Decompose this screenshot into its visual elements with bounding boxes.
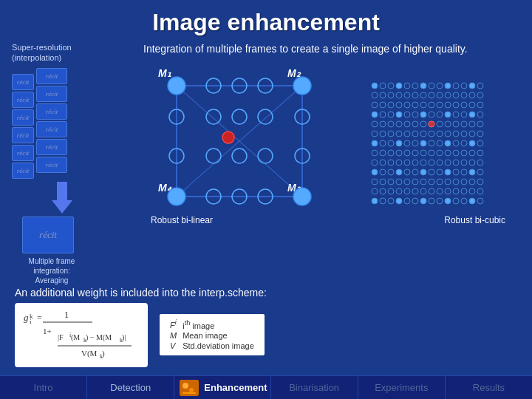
- svg-point-109: [469, 131, 475, 137]
- nav-item-enhancement[interactable]: Enhancement: [174, 376, 270, 399]
- super-res-label: Super-resolution (interpolation): [12, 42, 72, 64]
- nav-item-intro[interactable]: Intro: [0, 376, 87, 399]
- svg-point-50: [445, 92, 451, 98]
- svg-point-95: [469, 121, 475, 127]
- nav-item-experiments[interactable]: Experiments: [358, 376, 446, 399]
- small-image: récit: [12, 127, 34, 143]
- svg-point-61: [420, 102, 426, 108]
- enhancement-icon-svg: [180, 380, 199, 396]
- svg-point-144: [412, 160, 418, 166]
- svg-point-121: [453, 140, 459, 146]
- svg-point-115: [404, 140, 410, 146]
- svg-point-101: [404, 131, 410, 137]
- nav-item-results[interactable]: Results: [446, 376, 532, 399]
- svg-point-151: [469, 160, 475, 166]
- svg-point-164: [461, 169, 467, 175]
- svg-point-142: [396, 160, 402, 166]
- svg-point-81: [469, 112, 475, 117]
- svg-point-63: [437, 102, 443, 108]
- description-text: Integration of multiple frames to create…: [143, 42, 520, 57]
- svg-point-13: [232, 109, 247, 124]
- svg-point-188: [429, 188, 434, 194]
- svg-point-161: [437, 169, 443, 175]
- svg-point-76: [429, 112, 434, 117]
- svg-point-106: [445, 131, 451, 137]
- svg-point-46: [412, 92, 418, 98]
- formula-svg: g i k = 1 1+ |F i (M k ) − M(M k )| V(M …: [22, 307, 140, 363]
- svg-point-100: [396, 131, 402, 137]
- svg-point-69: [372, 112, 378, 117]
- svg-point-105: [437, 131, 443, 137]
- svg-point-59: [404, 102, 410, 108]
- svg-point-152: [477, 160, 483, 166]
- svg-point-6: [168, 77, 185, 95]
- svg-point-139: [372, 160, 378, 166]
- svg-point-131: [420, 150, 426, 156]
- svg-text:): ): [102, 349, 105, 358]
- small-image: récit: [36, 103, 67, 120]
- svg-point-149: [453, 160, 459, 166]
- svg-point-72: [396, 112, 402, 117]
- svg-point-129: [404, 150, 410, 156]
- svg-point-132: [429, 150, 434, 156]
- svg-point-74: [412, 112, 418, 117]
- svg-point-199: [404, 198, 410, 204]
- svg-point-56: [380, 102, 386, 108]
- nav-label-binarisation: Binarisation: [289, 382, 339, 393]
- svg-point-156: [396, 169, 402, 175]
- small-image: récit: [36, 121, 67, 137]
- svg-point-127: [388, 150, 394, 156]
- svg-text:k: k: [30, 313, 33, 320]
- svg-point-150: [461, 160, 467, 166]
- svg-point-198: [396, 198, 402, 204]
- svg-text:g: g: [24, 312, 29, 323]
- svg-point-102: [412, 131, 418, 137]
- svg-point-97: [372, 131, 378, 137]
- svg-point-207: [469, 198, 475, 204]
- svg-point-36: [445, 83, 451, 89]
- svg-point-128: [396, 150, 402, 156]
- bottom-nav: Intro Detection Enhancement Binarisation…: [0, 375, 532, 399]
- svg-point-125: [372, 150, 378, 156]
- svg-point-206: [461, 198, 467, 204]
- svg-point-20: [258, 149, 273, 163]
- large-result-image: récit: [22, 216, 74, 253]
- svg-point-193: [469, 188, 475, 194]
- svg-point-203: [437, 198, 443, 204]
- svg-point-33: [420, 83, 426, 89]
- small-image: récit: [36, 157, 67, 173]
- svg-point-92: [445, 121, 451, 127]
- formula-section: An additional weight is included into th…: [0, 287, 532, 367]
- svg-point-205: [453, 198, 459, 204]
- svg-text:=: =: [37, 313, 42, 323]
- small-image: récit: [36, 139, 67, 155]
- svg-point-136: [461, 150, 467, 156]
- svg-point-47: [420, 92, 426, 98]
- nav-label-experiments: Experiments: [375, 382, 428, 393]
- nav-item-binarisation[interactable]: Binarisation: [271, 376, 358, 399]
- svg-point-78: [445, 112, 451, 117]
- svg-point-84: [380, 121, 386, 127]
- svg-point-119: [437, 140, 443, 146]
- svg-point-34: [429, 83, 434, 89]
- svg-text:(M: (M: [71, 333, 80, 342]
- svg-point-163: [453, 169, 459, 175]
- nav-item-detection[interactable]: Detection: [87, 376, 174, 399]
- svg-text:)|: )|: [122, 333, 126, 342]
- small-image: récit: [12, 92, 34, 108]
- svg-point-133: [437, 150, 443, 156]
- svg-point-178: [461, 179, 467, 185]
- svg-point-204: [445, 198, 451, 204]
- svg-point-180: [477, 179, 483, 185]
- dot-grid: /* rendered in external script */: [371, 82, 497, 222]
- svg-point-49: [437, 92, 443, 98]
- svg-point-99: [388, 131, 394, 137]
- svg-point-182: [380, 188, 386, 194]
- svg-point-51: [453, 92, 459, 98]
- nav-label-results: Results: [473, 382, 505, 393]
- svg-point-107: [453, 131, 459, 137]
- svg-point-93: [453, 121, 459, 127]
- svg-point-173: [420, 179, 426, 185]
- nav-label-enhancement: Enhancement: [204, 382, 267, 393]
- svg-point-195: [372, 198, 378, 204]
